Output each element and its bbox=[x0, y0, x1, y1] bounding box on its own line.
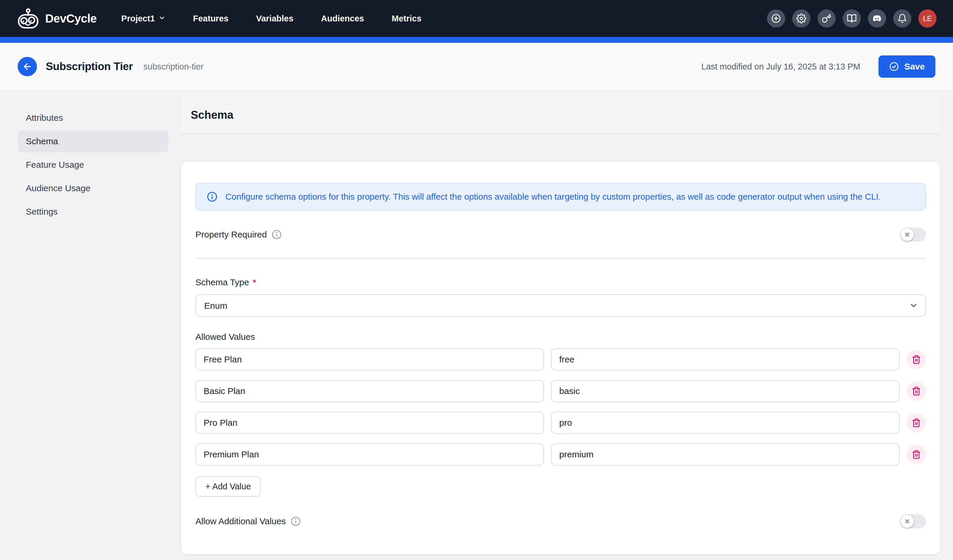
devcycle-logo[interactable]: DevCycle bbox=[16, 7, 96, 29]
allowed-value-row bbox=[196, 348, 926, 371]
content-area: Attributes Schema Feature Usage Audience… bbox=[0, 91, 953, 559]
property-required-toggle[interactable] bbox=[900, 227, 926, 241]
back-button[interactable] bbox=[18, 57, 37, 76]
section-header: Schema bbox=[181, 97, 940, 133]
info-icon[interactable] bbox=[290, 516, 301, 527]
property-required-row: Property Required bbox=[196, 227, 926, 241]
allow-additional-toggle[interactable] bbox=[900, 514, 926, 528]
gear-icon[interactable] bbox=[792, 9, 810, 28]
check-circle-icon bbox=[889, 62, 899, 71]
sidebar-item-settings[interactable]: Settings bbox=[18, 201, 168, 223]
nav-link-metrics[interactable]: Metrics bbox=[392, 14, 422, 23]
value-name-input[interactable] bbox=[196, 411, 544, 434]
value-key-input[interactable] bbox=[551, 348, 900, 371]
trash-icon bbox=[912, 450, 921, 459]
value-key-input[interactable] bbox=[551, 380, 900, 402]
page-title: Subscription Tier bbox=[46, 60, 133, 73]
schema-type-label: Schema Type* bbox=[196, 277, 926, 287]
delete-value-button[interactable] bbox=[906, 350, 926, 369]
delete-value-button[interactable] bbox=[906, 413, 926, 432]
nav-link-audiences[interactable]: Audiences bbox=[321, 14, 364, 23]
last-modified-text: Last modified on July 16, 2025 at 3:13 P… bbox=[701, 62, 860, 71]
value-key-input[interactable] bbox=[551, 411, 900, 434]
book-icon[interactable] bbox=[843, 9, 861, 28]
value-name-input[interactable] bbox=[196, 380, 544, 402]
sidebar-item-audience-usage[interactable]: Audience Usage bbox=[18, 177, 168, 200]
top-navbar: DevCycle Project1 Features Variables Aud… bbox=[0, 0, 953, 37]
main-panel: Schema Configure schema options for this… bbox=[181, 91, 940, 560]
navbar-actions: LE bbox=[767, 9, 937, 28]
nav-links: Project1 Features Variables Audiences Me… bbox=[121, 14, 421, 23]
arrow-left-icon bbox=[22, 62, 32, 71]
page-header: Subscription Tier subscription-tier Last… bbox=[0, 43, 953, 91]
trash-icon bbox=[912, 355, 921, 364]
info-icon[interactable] bbox=[272, 229, 282, 240]
section-sidebar: Attributes Schema Feature Usage Audience… bbox=[18, 91, 168, 224]
allowed-value-row bbox=[196, 380, 926, 402]
user-avatar[interactable]: LE bbox=[918, 9, 937, 28]
delete-value-button[interactable] bbox=[906, 381, 926, 401]
bell-icon[interactable] bbox=[893, 9, 911, 28]
key-icon[interactable] bbox=[818, 9, 836, 28]
section-title: Schema bbox=[191, 109, 234, 121]
devcycle-robot-logo-icon bbox=[16, 7, 40, 29]
sidebar-item-feature-usage[interactable]: Feature Usage bbox=[18, 154, 168, 176]
allow-additional-row: Allow Additional Values bbox=[196, 514, 926, 528]
info-icon bbox=[206, 191, 218, 202]
schema-type-select[interactable]: Enum bbox=[196, 294, 926, 317]
schema-type-select-wrap: Enum bbox=[196, 294, 926, 317]
trash-icon bbox=[912, 418, 921, 427]
info-alert: Configure schema options for this proper… bbox=[196, 183, 926, 210]
divider bbox=[196, 258, 926, 258]
sidebar-item-attributes[interactable]: Attributes bbox=[18, 107, 168, 129]
value-name-input[interactable] bbox=[196, 348, 544, 371]
nav-link-variables[interactable]: Variables bbox=[256, 14, 293, 23]
sidebar-item-schema[interactable]: Schema bbox=[18, 130, 168, 152]
project-selector[interactable]: Project1 bbox=[121, 14, 165, 23]
plus-circle-icon[interactable] bbox=[767, 9, 785, 28]
discord-icon[interactable] bbox=[868, 9, 886, 28]
property-key: subscription-tier bbox=[143, 62, 203, 71]
allowed-value-row bbox=[196, 411, 926, 434]
trash-icon bbox=[912, 387, 921, 396]
nav-link-features[interactable]: Features bbox=[193, 14, 228, 23]
delete-value-button[interactable] bbox=[906, 445, 926, 464]
allowed-value-row bbox=[196, 443, 926, 466]
schema-card: Configure schema options for this proper… bbox=[181, 162, 940, 554]
save-button[interactable]: Save bbox=[878, 56, 935, 78]
chevron-down-icon bbox=[158, 14, 166, 23]
brand-name: DevCycle bbox=[45, 12, 96, 25]
allowed-values-list bbox=[196, 348, 926, 466]
add-value-button[interactable]: + Add Value bbox=[196, 476, 261, 497]
property-required-label: Property Required bbox=[196, 229, 282, 240]
allowed-values-label: Allowed Values bbox=[196, 332, 926, 342]
toggle-knob-x-icon bbox=[901, 515, 914, 528]
toggle-knob-x-icon bbox=[901, 228, 914, 241]
required-asterisk: * bbox=[253, 277, 256, 287]
allow-additional-label: Allow Additional Values bbox=[196, 516, 301, 527]
value-key-input[interactable] bbox=[551, 443, 900, 466]
accent-bar bbox=[0, 37, 953, 43]
alert-text: Configure schema options for this proper… bbox=[225, 192, 881, 202]
devcycle-app: DevCycle Project1 Features Variables Aud… bbox=[0, 0, 953, 560]
value-name-input[interactable] bbox=[196, 443, 544, 466]
